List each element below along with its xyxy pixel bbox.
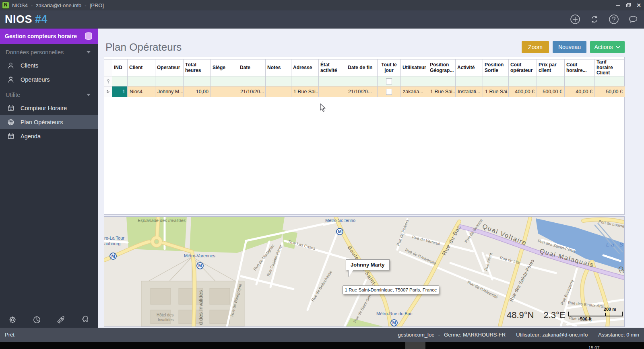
- filter-checkbox[interactable]: [386, 78, 392, 84]
- status-germe: Germe: MARKHOURS-FR: [444, 332, 506, 338]
- taskbar-app-segment[interactable]: [405, 342, 425, 349]
- filter-cell-operateur[interactable]: [155, 76, 184, 86]
- filter-cell-cout_operateur[interactable]: [509, 76, 537, 86]
- filter-row-indicator[interactable]: [104, 76, 112, 86]
- restore-button[interactable]: [623, 0, 634, 10]
- filter-cell-position_sortie[interactable]: [483, 76, 509, 86]
- cell-cout_operateur[interactable]: 400,00 €: [509, 86, 537, 97]
- column-header-utilisateur[interactable]: Utilisateur: [401, 60, 428, 76]
- filter-cell-total_heures[interactable]: [184, 76, 211, 86]
- pin-icon: [106, 79, 110, 84]
- filter-cell-adresse[interactable]: [291, 76, 319, 86]
- cell-notes[interactable]: [266, 86, 291, 97]
- column-header-position_geo[interactable]: Position Géograp...: [428, 60, 456, 76]
- column-header-siege[interactable]: Siège: [211, 60, 238, 76]
- close-button[interactable]: ✕: [634, 0, 644, 10]
- rocket-icon[interactable]: [56, 315, 66, 324]
- filter-cell-position_geo[interactable]: [428, 76, 456, 86]
- cell-date[interactable]: 21/10/20...: [238, 86, 266, 97]
- column-header-activite[interactable]: Activité: [456, 60, 483, 76]
- column-header-tarif_horaire_client[interactable]: Tarif horaire Client: [595, 60, 625, 76]
- cell-tout_le_jour[interactable]: [378, 86, 401, 97]
- filter-cell-tout_le_jour[interactable]: [378, 76, 401, 86]
- filter-cell-etat_activite[interactable]: [319, 76, 346, 86]
- map-marker-label[interactable]: Johnny Marty: [346, 259, 390, 270]
- column-header-client[interactable]: Client: [128, 60, 155, 76]
- module-header[interactable]: Gestion compteurs horaire: [0, 29, 98, 44]
- cell-operateur[interactable]: Johnny M...: [155, 86, 184, 97]
- filter-cell-client[interactable]: [128, 76, 155, 86]
- column-header-cout_horaire[interactable]: Coût horaire...: [565, 60, 595, 76]
- filter-cell-utilisateur[interactable]: [401, 76, 428, 86]
- cell-adresse[interactable]: 1 Rue Sai...: [291, 86, 319, 97]
- sidebar-group-1[interactable]: Utilite: [0, 86, 98, 101]
- cell-date_de_fin[interactable]: 21/10/20...: [346, 86, 378, 97]
- cell-activite[interactable]: Installati...: [456, 86, 483, 97]
- status-database: gestioncom_loc: [398, 332, 434, 338]
- actions-button[interactable]: Actions: [590, 41, 625, 53]
- filter-cell-cout_horaire[interactable]: [565, 76, 595, 86]
- cell-siege[interactable]: [211, 86, 238, 97]
- filter-cell-ind[interactable]: [112, 76, 128, 86]
- column-header-position_sortie[interactable]: Position Sortie: [483, 60, 509, 76]
- sidebar-item-operateurs[interactable]: Operateurs: [0, 72, 98, 86]
- filter-cell-prix_par_client[interactable]: [537, 76, 565, 86]
- cell-cout_horaire[interactable]: 40,00 €: [565, 86, 595, 97]
- cell-position_sortie[interactable]: 1 Rue Sai...: [483, 86, 509, 97]
- column-header-prix_par_client[interactable]: Prix par client: [537, 60, 565, 76]
- sidebar-item-compteur-horaire[interactable]: 1Compteur Horaire: [0, 101, 98, 115]
- column-header-ind[interactable]: IND: [112, 60, 128, 76]
- column-header-date_de_fin[interactable]: Date de fin: [346, 60, 378, 76]
- main-content: Plan Opérateurs Zoom Nouveau Actions IND…: [98, 29, 644, 328]
- add-icon[interactable]: [570, 14, 580, 25]
- cell-etat_activite[interactable]: [319, 86, 346, 97]
- cell-utilisateur[interactable]: zakaria...: [401, 86, 428, 97]
- minimize-button[interactable]: [613, 0, 623, 10]
- filter-cell-activite[interactable]: [456, 76, 483, 86]
- status-ready: Prêt: [5, 332, 14, 338]
- filter-cell-tarif_horaire_client[interactable]: [595, 76, 625, 86]
- cell-tarif_horaire_client[interactable]: 50,00 €: [595, 86, 625, 97]
- map-panel[interactable]: Esplanade des Invalidesro-La Touraubourg…: [104, 216, 625, 327]
- chat-icon[interactable]: [628, 14, 638, 25]
- cell-ind[interactable]: 1: [112, 86, 128, 97]
- column-header-operateur[interactable]: Operateur: [155, 60, 184, 76]
- column-header-date[interactable]: Date: [238, 60, 266, 76]
- sidebar-item-agenda[interactable]: 1Agenda: [0, 129, 98, 143]
- sync-icon[interactable]: [589, 14, 600, 25]
- zoom-button[interactable]: Zoom: [522, 41, 549, 53]
- column-header-notes[interactable]: Notes: [266, 60, 291, 76]
- settings-icon[interactable]: [8, 315, 17, 324]
- column-header-etat_activite[interactable]: État activité: [319, 60, 346, 76]
- stats-icon[interactable]: [32, 315, 41, 324]
- titlebar-account: zakaria@d-one.info: [36, 2, 81, 8]
- row-selector[interactable]: [104, 86, 112, 97]
- sidebar-item-plan-op-rateurs[interactable]: Plan Opérateurs: [0, 115, 98, 129]
- cell-prix_par_client[interactable]: 500,00 €: [537, 86, 565, 97]
- grid-corner-cell: [104, 60, 112, 76]
- status-user: Utilisateur: zakaria@d-one.info: [516, 332, 588, 338]
- map-coordinates: 48.9°N2.3°E: [507, 310, 566, 320]
- sidebar-item-clients[interactable]: Clients: [0, 58, 98, 72]
- nouveau-button[interactable]: Nouveau: [553, 41, 586, 53]
- restore-icon: [626, 3, 631, 7]
- help-icon[interactable]: [609, 14, 619, 25]
- map-label: aubourg: [104, 242, 120, 246]
- grid-header-row: INDClientOperateurTotal heuresSiègeDateN…: [104, 59, 624, 76]
- filter-cell-date_de_fin[interactable]: [346, 76, 378, 86]
- cell-position_geo[interactable]: 1 Rue Sai...: [428, 86, 456, 97]
- sidebar-group-0[interactable]: Données personnelles: [0, 44, 98, 58]
- column-header-total_heures[interactable]: Total heures: [184, 60, 211, 76]
- column-header-cout_operateur[interactable]: Coût opérateur: [509, 60, 537, 76]
- filter-cell-notes[interactable]: [266, 76, 291, 86]
- filter-cell-date[interactable]: [238, 76, 266, 86]
- plugins-icon[interactable]: [80, 315, 90, 324]
- column-header-tout_le_jour[interactable]: Tout le jour: [378, 60, 401, 76]
- grid-data-row[interactable]: 1Nios4Johnny M...10,0021/10/20...1 Rue S…: [104, 86, 624, 97]
- cell-client[interactable]: Nios4: [128, 86, 155, 97]
- map-scalebar: 200 m 500 ft: [568, 307, 623, 321]
- row-checkbox[interactable]: [386, 89, 392, 95]
- column-header-adresse[interactable]: Adresse: [291, 60, 319, 76]
- cell-total_heures[interactable]: 10,00: [184, 86, 211, 97]
- filter-cell-siege[interactable]: [211, 76, 238, 86]
